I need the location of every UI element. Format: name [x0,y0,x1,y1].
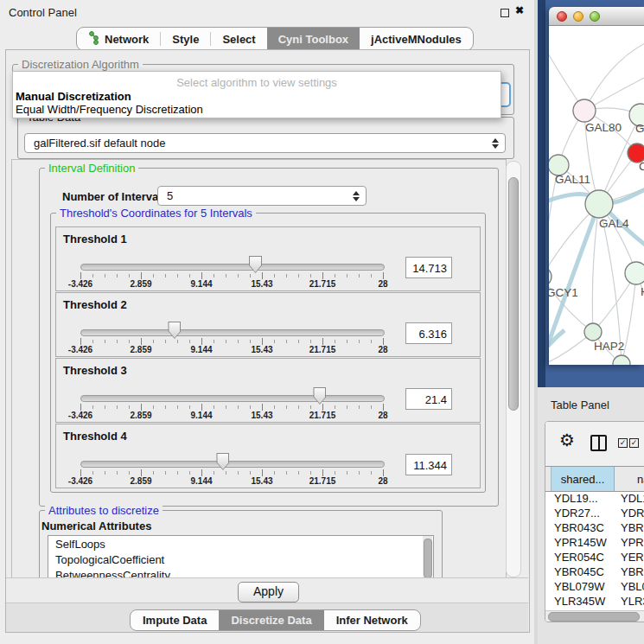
threshold-value-field[interactable]: 6.316 [405,322,452,344]
popup-option-equal-width[interactable]: Equal Width/Frequency Discretization [16,103,203,116]
tick-mark [117,405,118,409]
tick-mark [250,274,251,277]
slider-handle[interactable] [313,387,326,405]
network-node[interactable] [573,99,596,122]
gear-icon[interactable]: ⚙ [559,431,575,449]
vertical-scrollbar[interactable] [506,161,521,577]
tick-mark [238,405,239,409]
tick-mark [226,471,226,475]
slider-track[interactable] [80,461,385,468]
numerical-attributes-heading: Numerical Attributes [41,520,151,532]
minimize-traffic-light-icon[interactable] [573,11,583,22]
tick-label: 9.144 [190,411,212,420]
checkbox-icon[interactable]: ✓ [618,438,628,448]
tick-mark [117,471,118,475]
tab-discretize-data[interactable]: Discretize Data [219,610,323,630]
network-node[interactable] [584,323,602,341]
network-node[interactable] [549,267,552,286]
zoom-traffic-light-icon[interactable] [590,11,600,22]
tab-jactivemnodules[interactable]: jActiveMNodules [360,28,473,50]
tick-mark [383,469,384,476]
tab-select[interactable]: Select [211,28,266,50]
network-node-label: HAP2 [594,340,624,353]
popup-option-manual-discretization[interactable]: Manual Discretization [16,90,131,103]
network-node[interactable] [613,355,630,365]
tick-mark [238,274,239,277]
slider-handle[interactable] [249,256,262,273]
attribute-list-item[interactable]: TopologicalCoefficient [48,552,433,567]
network-node-label: G [635,122,644,135]
table-row[interactable]: YDR27...YDR2 [545,507,644,521]
table-row[interactable]: YBL079WYBL0 [545,580,644,595]
numerical-attributes-list[interactable]: SelfLoopsTopologicalCoefficientBetweenne… [48,535,434,582]
tick-label: -3.426 [68,411,92,420]
network-edge[interactable] [584,41,644,111]
slider-track[interactable] [80,329,385,336]
columns-icon[interactable] [590,435,607,451]
horizontal-scrollbar[interactable] [545,610,644,622]
cell-name: YDR2 [621,507,644,520]
tick-mark [201,404,202,411]
tick-mark [141,272,142,279]
column-header-shared-name[interactable]: shared... [552,467,615,491]
network-node[interactable] [625,262,644,284]
table-row[interactable]: YBR043CYBR0 [545,521,644,536]
apply-button[interactable]: Apply [238,582,299,603]
tab-style[interactable]: Style [161,28,210,50]
network-window-titlebar[interactable] [549,7,644,26]
slider-handle[interactable] [168,322,181,339]
slider-handle[interactable] [216,453,229,470]
tab-label: Style [172,33,199,46]
cell-name: YLR3 [621,595,644,608]
threshold-label: Threshold 3 [63,364,127,377]
tick-mark [335,405,335,409]
table-row[interactable]: YDL19...YDL1 [545,492,644,507]
table-row[interactable]: YPR145WYPR1 [545,536,644,551]
tick-mark [298,340,299,343]
tick-mark [214,340,214,343]
network-node[interactable] [585,190,613,218]
tab-infer-network[interactable]: Infer Network [324,610,420,630]
row-header-gutter [545,467,552,491]
table-toolbar: ⚙ ✓ ✓ [545,422,644,466]
table-data-combo[interactable]: galFiltered.sif default node [24,133,506,153]
network-canvas[interactable]: GAL80GCGAL11GAL4GCY1HHAP2 [549,26,644,365]
tab-impute-data[interactable]: Impute Data [131,610,219,630]
close-icon[interactable]: ✖ [515,4,524,16]
tick-mark [201,272,202,279]
popup-placeholder-option[interactable]: Select algorithm to view settings [13,76,501,89]
threshold-value-field[interactable]: 11.344 [405,454,452,475]
tab-network[interactable]: Network [77,28,160,50]
num-intervals-combo[interactable]: 5 [157,186,367,206]
tab-cyni-toolbox[interactable]: Cyni Toolbox [267,28,360,50]
control-panel: Control Panel ✖ Network Style Se [0,0,534,644]
tick-mark [250,471,251,475]
tick-mark [141,404,142,411]
list-scrollbar[interactable] [423,536,432,581]
tick-mark [347,405,348,409]
scrollbar-thumb[interactable] [508,177,519,411]
tick-mark [262,469,263,476]
close-traffic-light-icon[interactable] [557,11,567,22]
attribute-list-item[interactable]: SelfLoops [48,536,433,552]
threshold-label: Threshold 4 [63,430,127,443]
scrollbar-thumb[interactable] [548,612,640,622]
table-row[interactable]: YBR045CYBR0 [545,565,644,580]
threshold-value-field[interactable]: 14.713 [405,257,452,278]
tick-mark [129,340,130,343]
float-window-icon[interactable] [501,9,509,17]
combo-value: galFiltered.sif default node [34,137,165,150]
threshold-row: Threshold 4 -3.4262.8599.14415.4321.7152… [55,424,481,488]
slider-track[interactable] [80,264,385,271]
tick-mark [250,340,251,343]
tick-mark [105,340,105,343]
checkbox-icon[interactable]: ✓ [629,438,639,448]
tick-mark [310,405,311,409]
scrollbar-thumb[interactable] [424,539,432,578]
tick-label: 21.715 [309,476,336,486]
column-header-name[interactable]: na [615,467,644,491]
threshold-value-field[interactable]: 21.4 [405,388,452,410]
table-row[interactable]: YER054CYER0 [545,551,644,565]
slider-track[interactable] [80,395,385,402]
table-row[interactable]: YLR345WYLR3 [545,595,644,609]
